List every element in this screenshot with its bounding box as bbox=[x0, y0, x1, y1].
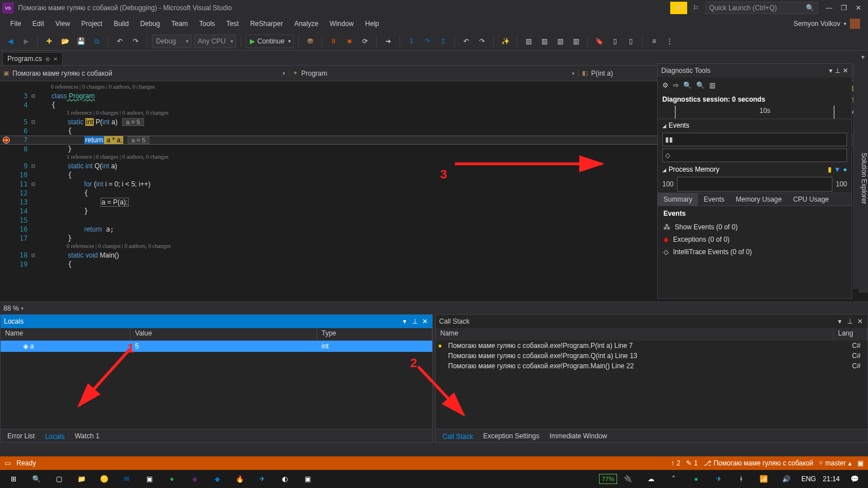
bookmark-icon[interactable]: 🔖 bbox=[592, 34, 606, 48]
resharper-wand-icon[interactable]: ✨ bbox=[498, 34, 512, 48]
next-stmt-button[interactable]: ➔ bbox=[381, 34, 395, 48]
tab-program-cs[interactable]: Program.cs ⊕ ✕ bbox=[2, 52, 63, 65]
diag-tab-cpu[interactable]: CPU Usage bbox=[787, 193, 834, 206]
app-icon[interactable]: 🔥 bbox=[228, 470, 251, 488]
unk2-icon[interactable]: ▥ bbox=[537, 34, 551, 48]
new-project-button[interactable]: ✚ bbox=[42, 34, 56, 48]
tab-overflow-icon[interactable]: ▾ bbox=[861, 53, 865, 61]
menu-window[interactable]: Window bbox=[324, 18, 359, 30]
search-taskbar-icon[interactable]: 🔍 bbox=[25, 470, 47, 488]
menu-debug[interactable]: Debug bbox=[134, 18, 166, 30]
diag-tab-summary[interactable]: Summary bbox=[658, 193, 698, 206]
chrome-icon[interactable]: 🟡 bbox=[93, 470, 115, 488]
unk4-icon[interactable]: ▥ bbox=[569, 34, 583, 48]
tab-watch1[interactable]: Watch 1 bbox=[70, 430, 104, 442]
terminal-icon[interactable]: ▣ bbox=[138, 470, 160, 488]
menu-project[interactable]: Project bbox=[76, 18, 108, 30]
status-sourcecontrol-icon[interactable]: ▣ bbox=[857, 459, 863, 467]
col-name[interactable]: Name bbox=[436, 328, 834, 341]
close-tab-button[interactable]: ✕ bbox=[53, 56, 58, 62]
restore-button[interactable]: ❐ bbox=[836, 2, 851, 14]
menu-team[interactable]: Team bbox=[166, 18, 193, 30]
redo2-button[interactable]: ↷ bbox=[475, 34, 489, 48]
save-button[interactable]: 💾 bbox=[74, 34, 88, 48]
callstack-header[interactable]: Call Stack ▾⊥✕ bbox=[436, 315, 867, 328]
tab-exception-settings[interactable]: Exception Settings bbox=[479, 430, 544, 442]
power-icon[interactable]: 🔌 bbox=[617, 470, 640, 488]
sound-icon[interactable]: 🔊 bbox=[775, 470, 798, 488]
step-into-button[interactable]: ↧ bbox=[405, 34, 418, 48]
col-type[interactable]: Type bbox=[317, 328, 432, 341]
callstack-row[interactable]: Помогаю маме гуляю с собакой.exe!Program… bbox=[436, 351, 867, 361]
clock[interactable]: 21:14 bbox=[819, 470, 843, 488]
diag-intellitrace[interactable]: ◇IntelliTrace Events (0 of 0) bbox=[658, 246, 852, 258]
panel-dropdown-icon[interactable]: ▾ bbox=[401, 317, 409, 325]
tray-chevron-icon[interactable]: ˄ bbox=[662, 470, 685, 488]
language-indicator[interactable]: ENG bbox=[798, 470, 819, 488]
continue-button[interactable]: ▶ Continue bbox=[246, 34, 294, 48]
user-account[interactable]: Semyon Volkov ▾ bbox=[790, 19, 863, 29]
bookmark-nav2-icon[interactable]: ▯ bbox=[624, 34, 637, 48]
solution-explorer-tab[interactable]: Solution Explorer bbox=[853, 63, 868, 289]
app3-icon[interactable]: ▣ bbox=[296, 470, 319, 488]
wifi-icon[interactable]: 📶 bbox=[753, 470, 775, 488]
pin-icon[interactable]: ⊕ bbox=[45, 56, 50, 62]
feedback-flag-icon[interactable]: ⚐ bbox=[689, 2, 702, 14]
menu-view[interactable]: View bbox=[50, 18, 76, 30]
vscode-icon[interactable]: ◆ bbox=[206, 470, 228, 488]
spotify-icon[interactable]: ● bbox=[160, 470, 183, 488]
diag-tab-events[interactable]: Events bbox=[698, 193, 730, 206]
menu-test[interactable]: Test bbox=[221, 18, 245, 30]
pending-edits[interactable]: ✎ 1 bbox=[686, 459, 698, 467]
save-all-button[interactable]: ⧉ bbox=[90, 34, 103, 48]
diag-memory-section[interactable]: ◢Process Memory ▮ ▼ ● bbox=[658, 163, 852, 176]
events-track[interactable]: ▮▮ bbox=[662, 133, 847, 146]
menu-help[interactable]: Help bbox=[359, 18, 385, 30]
step-out-button[interactable]: ↥ bbox=[436, 34, 450, 48]
menu-build[interactable]: Build bbox=[108, 18, 134, 30]
diag-timeline[interactable]: 10s bbox=[658, 106, 852, 119]
redo-button[interactable]: ↷ bbox=[129, 34, 142, 48]
events-track2[interactable]: ◇ bbox=[662, 149, 847, 162]
status-branch[interactable]: ⑂ master ▴ bbox=[819, 459, 852, 467]
battery-indicator[interactable]: 77% bbox=[599, 474, 617, 484]
diag-exceptions[interactable]: ◆Exceptions (0 of 0) bbox=[658, 233, 852, 246]
telegram-icon[interactable]: ✈ bbox=[251, 470, 274, 488]
step-over-button[interactable]: ↷ bbox=[420, 34, 434, 48]
diag-header[interactable]: Diagnostic Tools ▾⊥✕ bbox=[658, 64, 852, 77]
customize-toolbar-icon[interactable]: ⋮ bbox=[663, 34, 676, 48]
close-window-button[interactable]: ✕ bbox=[851, 2, 866, 14]
memory-chart[interactable] bbox=[677, 177, 832, 191]
tray-spotify-icon[interactable]: ● bbox=[685, 470, 708, 488]
onedrive-icon[interactable]: ☁ bbox=[640, 470, 662, 488]
menu-tools[interactable]: Tools bbox=[194, 18, 221, 30]
quick-launch-input[interactable]: Quick Launch (Ctrl+Q) 🔍 bbox=[705, 2, 818, 14]
status-project[interactable]: ⎇ Помогаю маме гуляю с собакой bbox=[704, 459, 814, 467]
close-panel-button[interactable]: ✕ bbox=[421, 317, 429, 325]
pin-panel-icon[interactable]: ⊥ bbox=[835, 67, 840, 75]
callstack-row[interactable]: Помогаю маме гуляю с собакой.exe!Program… bbox=[436, 361, 867, 371]
bookmark-nav-icon[interactable]: ▯ bbox=[608, 34, 622, 48]
configuration-combo[interactable]: Debug bbox=[152, 34, 192, 48]
zoom-in-icon[interactable]: 🔍 bbox=[683, 81, 692, 89]
undo-button[interactable]: ↶ bbox=[113, 34, 127, 48]
tab-callstack[interactable]: Call Stack bbox=[438, 430, 478, 442]
select-tools-icon[interactable]: ⇨ bbox=[673, 81, 679, 89]
notification-filter-icon[interactable]: ▼ bbox=[670, 2, 687, 14]
pending-changes-up[interactable]: ↑ 2 bbox=[671, 459, 680, 467]
reset-view-icon[interactable]: ▥ bbox=[709, 81, 715, 89]
scope-combo[interactable]: ▣Помогаю маме гуляю с собакой bbox=[0, 69, 289, 77]
menu-resharper[interactable]: ReSharper bbox=[245, 18, 289, 30]
panel-dropdown-icon[interactable]: ▾ bbox=[829, 67, 832, 75]
nav-fwd-button[interactable]: ▶ bbox=[19, 34, 33, 48]
col-value[interactable]: Value bbox=[131, 328, 317, 341]
close-panel-button[interactable]: ✕ bbox=[843, 67, 848, 75]
unk3-icon[interactable]: ▥ bbox=[553, 34, 567, 48]
platform-combo[interactable]: Any CPU bbox=[194, 34, 236, 48]
taskview-icon[interactable]: ▢ bbox=[47, 470, 70, 488]
locals-header[interactable]: Locals ▾⊥✕ bbox=[1, 315, 432, 328]
diag-show-events[interactable]: ⁂Show Events (0 of 0) bbox=[658, 221, 852, 233]
bluetooth-icon[interactable]: ᚼ bbox=[730, 470, 753, 488]
close-panel-button[interactable]: ✕ bbox=[856, 317, 864, 325]
locals-row[interactable]: ◈ a 5 int bbox=[1, 341, 432, 352]
